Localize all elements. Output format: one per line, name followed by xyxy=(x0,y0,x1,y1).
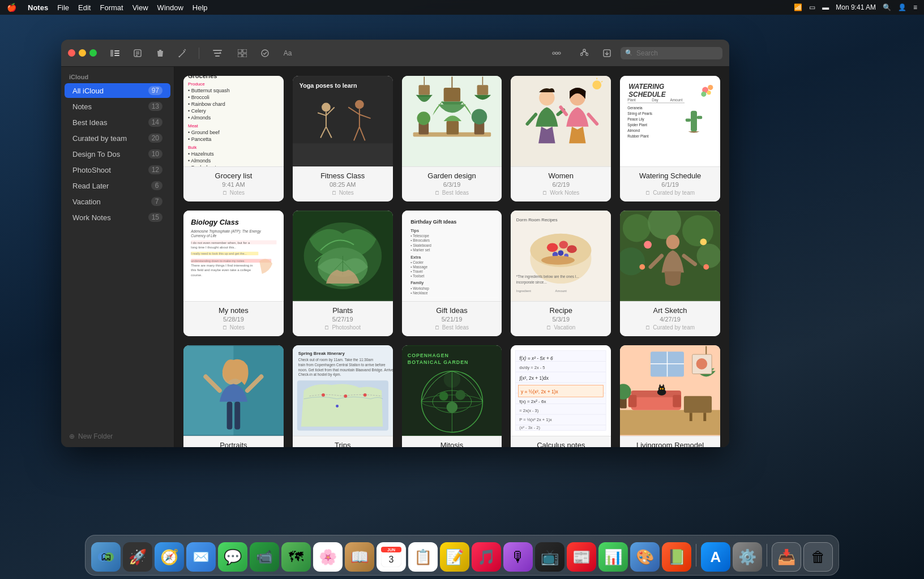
sidebar-item-curated[interactable]: Curated by team 20 xyxy=(65,131,170,145)
view-options-button[interactable] xyxy=(542,45,571,61)
note-card-portraits[interactable]: Portraits 4/20/19 🗒 PhotoShoot xyxy=(183,345,284,447)
svg-text:this field and maybe even take: this field and maybe even take a college xyxy=(191,268,251,272)
menu-format[interactable]: Format xyxy=(100,3,123,12)
user-avatar[interactable]: 👤 xyxy=(898,3,906,11)
sidebar-item-label: Design To Dos xyxy=(72,150,148,158)
note-thumbnail: COPENHAGEN BOTANICAL GARDEN xyxy=(402,345,502,436)
note-card-gifts[interactable]: Birthday Gift Ideas Tips • Telescope • B… xyxy=(402,211,502,336)
note-thumbnail: Spring Break Itinerary Check out of room… xyxy=(293,345,393,436)
apple-menu[interactable]: 🍎 xyxy=(7,3,16,12)
note-card-women[interactable]: Women 6/2/19 🗒 Work Notes xyxy=(511,76,611,201)
dock-numbers[interactable]: 📊 xyxy=(598,542,628,572)
dock-messages[interactable]: 💬 xyxy=(218,542,247,572)
svg-rect-84 xyxy=(187,215,280,297)
svg-rect-199 xyxy=(673,395,682,408)
note-card-calculus[interactable]: f(x) = x² - 5x + 6 dx/dy = 2x - 5 ∫(x², … xyxy=(511,345,611,447)
folder-icon: 🗒 xyxy=(223,190,228,196)
note-info: Recipe 5/3/19 🗒 Vacation xyxy=(511,301,611,336)
search-bar[interactable]: 🔍 xyxy=(621,47,722,59)
notes-icon-button[interactable] xyxy=(129,45,147,61)
note-card-garden[interactable]: Garden design 6/3/19 🗒 Best Ideas xyxy=(402,76,502,201)
dock-safari[interactable]: 🧭 xyxy=(155,542,184,572)
dock-keynote[interactable]: 🎨 xyxy=(630,542,660,572)
sidebar-item-read-later[interactable]: Read Later 6 xyxy=(65,178,170,193)
search-input[interactable] xyxy=(636,49,718,57)
note-card-recipe[interactable]: Dorm Room Recipes xyxy=(511,211,611,336)
svg-point-137 xyxy=(666,235,680,250)
note-card-mitosis[interactable]: COPENHAGEN BOTANICAL GARDEN xyxy=(402,345,502,447)
dock-trash[interactable]: 🗑 xyxy=(803,542,833,572)
note-card-art[interactable]: Art Sketch 4/27/19 🗒 Curated by team xyxy=(620,211,720,336)
dock-maps[interactable]: 🗺 xyxy=(281,542,311,572)
sidebar-item-work-notes[interactable]: Work Notes 15 xyxy=(65,210,170,225)
compose-button[interactable] xyxy=(174,45,192,61)
notes-window: Aa 🔍 xyxy=(61,40,729,447)
minimize-button[interactable] xyxy=(79,49,86,57)
note-title: Mitosis xyxy=(407,441,498,447)
menu-help[interactable]: Help xyxy=(192,3,208,12)
note-date: 5/27/19 xyxy=(297,316,388,323)
sidebar-item-design-todos[interactable]: Design To Dos 10 xyxy=(65,147,170,161)
sidebar-item-best-ideas[interactable]: Best Ideas 14 xyxy=(65,115,170,130)
menu-edit[interactable]: Edit xyxy=(78,3,91,12)
delete-button[interactable] xyxy=(151,45,169,61)
sidebar-item-notes[interactable]: Notes 13 xyxy=(65,99,170,114)
dock-calendar[interactable]: JUN3 xyxy=(377,542,406,572)
dock-systemprefs[interactable]: ⚙️ xyxy=(733,542,762,572)
svg-rect-14 xyxy=(238,54,242,57)
dock-appstore[interactable]: A xyxy=(701,542,730,572)
sort-button[interactable] xyxy=(206,45,229,61)
sidebar-item-vacation[interactable]: Vacation 7 xyxy=(65,194,170,209)
svg-point-50 xyxy=(417,111,430,125)
dock-photos[interactable]: 🌸 xyxy=(313,542,343,572)
maximize-button[interactable] xyxy=(89,49,97,57)
note-date: 6/2/19 xyxy=(515,181,606,188)
svg-point-162 xyxy=(336,405,339,408)
sidebar-toggle-button[interactable] xyxy=(106,45,124,61)
dock-tv[interactable]: 📺 xyxy=(535,542,564,572)
dock-mail[interactable]: ✉️ xyxy=(186,542,216,572)
note-thumbnail: Birthday Gift Ideas Tips • Telescope • B… xyxy=(402,211,502,301)
dock-finder[interactable]: 🗂 xyxy=(91,542,121,572)
dock-launchpad[interactable]: 🚀 xyxy=(123,542,152,572)
menu-window[interactable]: Window xyxy=(157,3,183,12)
dock-podcasts[interactable]: 🎙 xyxy=(503,542,533,572)
dock-downloads[interactable]: 📥 xyxy=(772,542,801,572)
menu-view[interactable]: View xyxy=(132,3,148,12)
dock-reminders[interactable]: 📋 xyxy=(408,542,438,572)
format-button[interactable]: Aa xyxy=(279,45,297,61)
new-folder-button[interactable]: ⊕ New Folder xyxy=(61,426,174,447)
note-card-plants[interactable]: Plants 5/27/19 🗒 Photoshoot xyxy=(293,211,393,336)
note-card-trips[interactable]: Spring Break Itinerary Check out of room… xyxy=(293,345,393,447)
search-icon[interactable]: 🔍 xyxy=(883,3,891,11)
dock-music[interactable]: 🎵 xyxy=(472,542,501,572)
note-title: Garden design xyxy=(407,171,498,180)
svg-text:understanding down to make my : understanding down to make my notes xyxy=(191,259,244,263)
note-card-fitness[interactable]: Yoga poses to learn xyxy=(293,76,393,201)
close-button[interactable] xyxy=(68,49,75,57)
dock-news[interactable]: 📰 xyxy=(567,542,596,572)
sidebar-item-all-icloud[interactable]: All iCloud 97 xyxy=(65,83,170,98)
share-button[interactable] xyxy=(575,45,593,61)
note-card-watering[interactable]: WATERING SCHEDULE xyxy=(620,76,720,201)
traffic-lights xyxy=(68,49,97,57)
sidebar-item-count: 6 xyxy=(151,181,162,190)
sidebar-item-label: Read Later xyxy=(72,182,151,190)
note-folder: 🗒 Notes xyxy=(188,190,279,196)
menu-file[interactable]: File xyxy=(57,3,69,12)
dock-contacts[interactable]: 📖 xyxy=(345,542,374,572)
dock-sheets[interactable]: 📗 xyxy=(662,542,691,572)
svg-text:Yoga poses to learn: Yoga poses to learn xyxy=(300,82,357,89)
app-menu-notes[interactable]: Notes xyxy=(28,3,48,12)
checklist-button[interactable] xyxy=(256,45,274,61)
dock-facetime[interactable]: 📹 xyxy=(250,542,279,572)
export-button[interactable] xyxy=(598,45,616,61)
table-view-button[interactable] xyxy=(233,45,251,61)
dock-notes[interactable]: 📝 xyxy=(440,542,469,572)
control-center-icon[interactable]: ≡ xyxy=(913,3,917,11)
note-card-my-notes[interactable]: Biology Class Adenosine Triphosphate (AT… xyxy=(183,211,284,336)
note-card-grocery[interactable]: Groceries Produce • Butternut squash • B… xyxy=(183,76,284,201)
note-card-livingroom[interactable]: Livingroom Remodel 3/12/19 🗒 Design To D… xyxy=(620,345,720,447)
svg-rect-45 xyxy=(418,85,430,95)
sidebar-item-photoshoot[interactable]: PhotoShoot 12 xyxy=(65,162,170,177)
